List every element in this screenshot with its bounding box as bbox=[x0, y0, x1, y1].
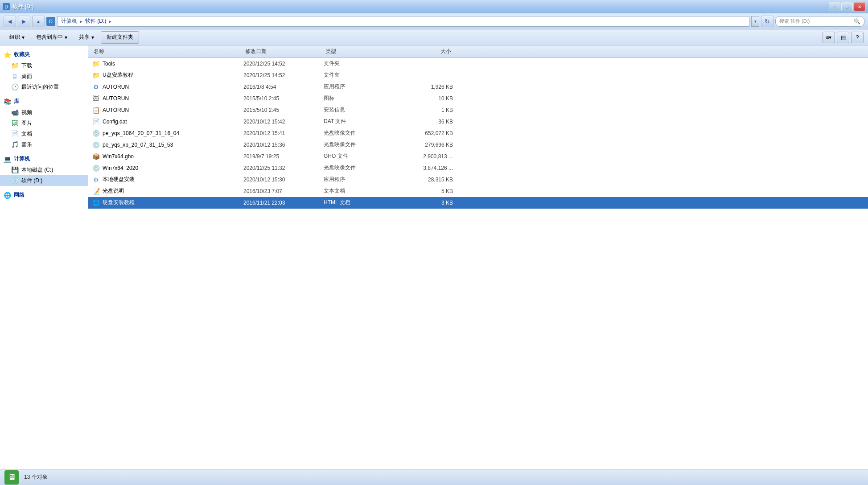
new-folder-button[interactable]: 新建文件夹 bbox=[101, 31, 139, 44]
window-title: 软件 (D:) bbox=[12, 3, 34, 11]
file-name: U盘安装教程 bbox=[103, 71, 133, 79]
sidebar-network-header[interactable]: 🌐 网络 bbox=[0, 189, 88, 201]
file-type-icon: 🖼 bbox=[92, 95, 100, 103]
file-type-label: 安装信息 bbox=[324, 106, 391, 114]
file-type-icon: 📋 bbox=[92, 106, 100, 114]
downloads-folder-icon: 📁 bbox=[11, 62, 19, 70]
search-placeholder: 搜索 软件 (D:) bbox=[779, 18, 852, 25]
computer-icon: 💻 bbox=[4, 156, 11, 163]
column-header-type[interactable]: 类型 bbox=[324, 48, 391, 55]
file-date: 2020/12/25 14:52 bbox=[243, 72, 324, 78]
table-row[interactable]: ⚙ AUTORUN 2016/1/8 4:54 应用程序 1,926 KB bbox=[88, 81, 868, 93]
file-name: Win7x64_2020 bbox=[103, 165, 138, 171]
table-row[interactable]: 📁 Tools 2020/12/25 14:52 文件夹 bbox=[88, 58, 868, 70]
file-type-icon: 💿 bbox=[92, 164, 100, 172]
share-button[interactable]: 共享 ▾ bbox=[74, 31, 99, 44]
sidebar-computer-header[interactable]: 💻 计算机 bbox=[0, 153, 88, 164]
share-chevron-icon: ▾ bbox=[91, 34, 94, 41]
sidebar-library-header[interactable]: 📚 库 bbox=[0, 96, 88, 107]
file-type-label: DAT 文件 bbox=[324, 118, 391, 125]
file-type-icon: 📦 bbox=[92, 152, 100, 160]
help-button[interactable]: ? bbox=[851, 32, 864, 43]
table-row[interactable]: 💿 pe_yqs_xp_20_07_31_15_53 2020/10/12 15… bbox=[88, 139, 868, 151]
forward-button[interactable]: ► bbox=[18, 16, 30, 27]
path-icon: D bbox=[46, 17, 55, 26]
file-type-label: 光盘映像文件 bbox=[324, 129, 391, 137]
file-size: 3,874,126 ... bbox=[391, 165, 453, 171]
path-part-computer[interactable]: 计算机 bbox=[61, 17, 77, 25]
file-name: Config.dat bbox=[103, 119, 127, 125]
file-date: 2020/10/12 15:42 bbox=[243, 119, 324, 125]
table-row[interactable]: 💿 Win7x64_2020 2020/12/25 11:32 光盘映像文件 3… bbox=[88, 162, 868, 174]
table-row[interactable]: 🖼 AUTORUN 2015/5/10 2:45 图标 10 KB bbox=[88, 93, 868, 104]
file-type-icon: 💿 bbox=[92, 141, 100, 149]
sidebar-item-documents[interactable]: 📄 文档 bbox=[0, 128, 88, 139]
preview-pane-button[interactable]: ▤ bbox=[837, 32, 849, 43]
file-list-container: 名称 修改日期 类型 大小 📁 Tools 2020/12/25 14:52 文… bbox=[88, 45, 868, 469]
table-row[interactable]: 📁 U盘安装教程 2020/12/25 14:52 文件夹 bbox=[88, 70, 868, 81]
table-row[interactable]: 📝 光盘说明 2016/10/23 7:07 文本文档 5 KB bbox=[88, 185, 868, 197]
path-part-drive[interactable]: 软件 (D:) bbox=[85, 17, 106, 25]
maximize-button[interactable]: □ bbox=[841, 2, 853, 11]
view-options-button[interactable]: ≡▾ bbox=[823, 32, 835, 43]
sidebar-item-video[interactable]: 📹 视频 bbox=[0, 107, 88, 118]
close-button[interactable]: ✕ bbox=[854, 2, 865, 11]
table-row[interactable]: ⚙ 本地硬盘安装 2020/10/12 15:30 应用程序 28,315 KB bbox=[88, 174, 868, 185]
search-box[interactable]: 搜索 软件 (D:) 🔍 bbox=[775, 16, 864, 27]
sidebar-section-library: 📚 库 📹 视频 🖼 图片 📄 文档 🎵 音乐 bbox=[0, 96, 88, 150]
sidebar-favorites-header[interactable]: ⭐ 收藏夹 bbox=[0, 49, 88, 60]
file-size: 279,696 KB bbox=[391, 142, 453, 148]
file-date: 2020/10/12 15:36 bbox=[243, 142, 324, 148]
recent-icon: 🕐 bbox=[11, 83, 19, 91]
file-name: Win7x64.gho bbox=[103, 153, 134, 160]
file-type-label: 应用程序 bbox=[324, 176, 391, 183]
table-row[interactable]: 📦 Win7x64.gho 2019/9/7 19:25 GHO 文件 2,90… bbox=[88, 151, 868, 162]
column-header-size[interactable]: 大小 bbox=[391, 48, 453, 55]
sidebar-section-computer: 💻 计算机 💾 本地磁盘 (C:) 💿 软件 (D:) bbox=[0, 153, 88, 186]
table-row[interactable]: 💿 pe_yqs_1064_20_07_31_16_04 2020/10/12 … bbox=[88, 127, 868, 139]
up-button[interactable]: ▲ bbox=[32, 16, 45, 27]
drive-d-icon: 💿 bbox=[11, 177, 19, 185]
sidebar-section-favorites: ⭐ 收藏夹 📁 下载 🖥 桌面 🕐 最近访问的位置 bbox=[0, 49, 88, 92]
file-date: 2020/12/25 14:52 bbox=[243, 61, 324, 67]
file-name: pe_yqs_xp_20_07_31_15_53 bbox=[103, 142, 173, 148]
sidebar-item-desktop[interactable]: 🖥 桌面 bbox=[0, 71, 88, 82]
favorites-star-icon: ⭐ bbox=[4, 51, 11, 58]
music-icon: 🎵 bbox=[11, 140, 19, 148]
table-row[interactable]: 🌐 硬盘安装教程 2016/11/21 22:03 HTML 文档 3 KB bbox=[88, 197, 868, 209]
video-icon: 📹 bbox=[11, 108, 19, 116]
file-size: 1 KB bbox=[391, 107, 453, 113]
refresh-button[interactable]: ↻ bbox=[761, 16, 773, 27]
documents-icon: 📄 bbox=[11, 130, 19, 138]
column-header-date[interactable]: 修改日期 bbox=[243, 48, 324, 55]
address-path[interactable]: 计算机 ▸ 软件 (D:) ▸ bbox=[57, 16, 749, 27]
search-icon[interactable]: 🔍 bbox=[854, 18, 860, 25]
file-type-label: 文件夹 bbox=[324, 71, 391, 79]
sidebar-section-network: 🌐 网络 bbox=[0, 189, 88, 201]
file-type-icon: 📝 bbox=[92, 187, 100, 195]
main-content: ⭐ 收藏夹 📁 下载 🖥 桌面 🕐 最近访问的位置 📚 库 bbox=[0, 45, 868, 469]
file-type-icon: ⚙ bbox=[92, 176, 100, 184]
table-row[interactable]: 📄 Config.dat 2020/10/12 15:42 DAT 文件 36 … bbox=[88, 116, 868, 127]
address-dropdown-button[interactable]: ▾ bbox=[751, 16, 759, 27]
table-row[interactable]: 📋 AUTORUN 2015/5/10 2:45 安装信息 1 KB bbox=[88, 104, 868, 116]
organize-button[interactable]: 组织 ▾ bbox=[4, 31, 29, 44]
file-date: 2020/10/12 15:41 bbox=[243, 130, 324, 136]
back-button[interactable]: ◄ bbox=[4, 16, 16, 27]
file-name: 本地硬盘安装 bbox=[103, 176, 135, 183]
column-header-name[interactable]: 名称 bbox=[92, 48, 243, 55]
sidebar-item-downloads[interactable]: 📁 下载 bbox=[0, 60, 88, 71]
file-date: 2015/5/10 2:45 bbox=[243, 107, 324, 113]
file-size: 10 KB bbox=[391, 95, 453, 102]
sidebar-item-music[interactable]: 🎵 音乐 bbox=[0, 139, 88, 150]
toolbar: 组织 ▾ 包含到库中 ▾ 共享 ▾ 新建文件夹 ≡▾ ▤ ? bbox=[0, 29, 868, 45]
status-bar: 🖥 13 个对象 bbox=[0, 469, 868, 485]
sidebar-item-images[interactable]: 🖼 图片 bbox=[0, 118, 88, 128]
sidebar-item-recent[interactable]: 🕐 最近访问的位置 bbox=[0, 82, 88, 92]
sidebar-item-drive-c[interactable]: 💾 本地磁盘 (C:) bbox=[0, 164, 88, 175]
sidebar-item-drive-d[interactable]: 💿 软件 (D:) bbox=[0, 175, 88, 186]
desktop-icon: 🖥 bbox=[11, 72, 19, 80]
include-in-library-button[interactable]: 包含到库中 ▾ bbox=[31, 31, 72, 44]
file-name: AUTORUN bbox=[103, 95, 129, 102]
minimize-button[interactable]: ─ bbox=[829, 2, 840, 11]
